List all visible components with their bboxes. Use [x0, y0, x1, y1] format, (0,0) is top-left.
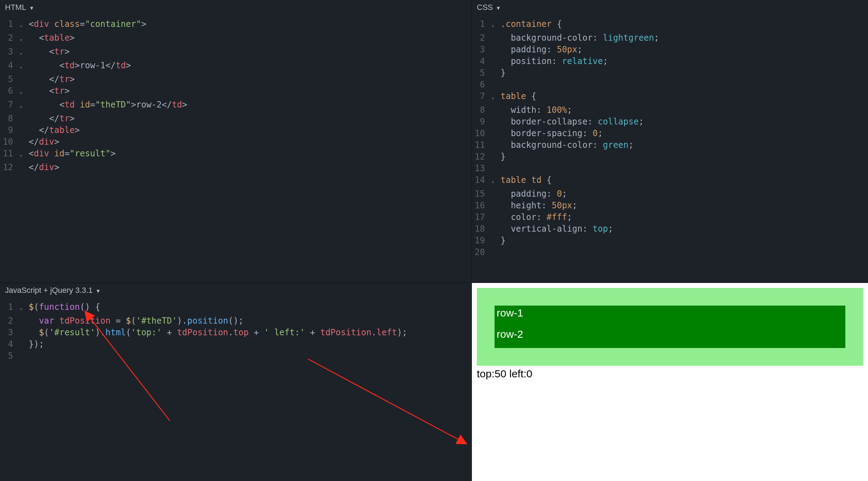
fold-icon[interactable]: ▾ — [19, 148, 29, 162]
code-line[interactable]: 12} — [472, 151, 868, 163]
fold-icon[interactable]: ▾ — [19, 301, 29, 315]
code-line[interactable]: 18 vertical-align: top; — [472, 223, 868, 235]
code-content[interactable]: <td id="theTD">row-2</td> — [29, 99, 472, 111]
code-line[interactable]: 17 color: #fff; — [472, 211, 868, 223]
code-line[interactable]: 9 </table> — [0, 124, 472, 136]
code-content[interactable]: <tr> — [29, 46, 472, 58]
code-line[interactable]: 20 — [472, 247, 868, 258]
css-header[interactable]: CSS ▼ — [472, 0, 868, 16]
code-content[interactable]: } — [501, 235, 868, 247]
fold-icon[interactable]: ▾ — [19, 18, 29, 32]
line-number: 10 — [472, 128, 491, 139]
code-line[interactable]: 1▾<div class="container"> — [0, 18, 472, 32]
code-content[interactable]: var tdPosition = $('#theTD').position(); — [29, 315, 472, 327]
fold-icon[interactable]: ▾ — [19, 60, 29, 74]
code-line[interactable]: 10 border-spacing: 0; — [472, 128, 868, 139]
code-line[interactable]: 6▾ <tr> — [0, 85, 472, 99]
code-content[interactable]: height: 50px; — [501, 200, 868, 211]
code-line[interactable]: 3 $('#result').html('top:' + tdPosition.… — [0, 327, 472, 338]
code-content[interactable]: $('#result').html('top:' + tdPosition.to… — [29, 327, 472, 338]
code-content[interactable]: $(function() { — [29, 301, 472, 313]
code-line[interactable]: 5 — [0, 350, 472, 362]
code-content[interactable]: padding: 50px; — [501, 44, 868, 56]
code-content[interactable]: border-collapse: collapse; — [501, 116, 868, 128]
html-editor[interactable]: 1▾<div class="container">2▾ <table>3▾ <t… — [0, 16, 472, 176]
fold-icon — [491, 188, 501, 190]
dropdown-icon: ▼ — [496, 5, 501, 11]
code-line[interactable]: 10</div> — [0, 136, 472, 148]
code-content[interactable]: </tr> — [29, 113, 472, 124]
fold-icon[interactable]: ▾ — [19, 32, 29, 46]
fold-icon[interactable]: ▾ — [19, 85, 29, 99]
line-number: 3 — [0, 46, 19, 58]
code-line[interactable]: 6 — [472, 79, 868, 91]
code-content[interactable]: color: #fff; — [501, 211, 868, 223]
code-content[interactable]: </table> — [29, 124, 472, 136]
code-content[interactable]: </tr> — [29, 74, 472, 85]
code-content[interactable]: <table> — [29, 32, 472, 44]
code-line[interactable]: 1▾.container { — [472, 18, 868, 32]
code-line[interactable]: 16 height: 50px; — [472, 200, 868, 211]
code-line[interactable]: 3▾ <tr> — [0, 46, 472, 60]
code-content[interactable]: }); — [29, 338, 472, 350]
code-content[interactable]: } — [501, 67, 868, 79]
code-line[interactable]: 3 padding: 50px; — [472, 44, 868, 56]
code-line[interactable]: 11 background-color: green; — [472, 139, 868, 151]
code-content[interactable]: <div class="container"> — [29, 18, 472, 30]
fold-icon[interactable]: ▾ — [19, 99, 29, 113]
code-content[interactable]: table { — [501, 91, 868, 102]
fold-icon[interactable]: ▾ — [19, 46, 29, 60]
code-line[interactable]: 4}); — [0, 338, 472, 350]
code-content[interactable]: <tr> — [29, 85, 472, 97]
js-editor[interactable]: 1▾$(function() {2 var tdPosition = $('#t… — [0, 299, 472, 365]
line-number: 2 — [0, 32, 19, 44]
fold-icon[interactable]: ▾ — [491, 18, 501, 32]
fold-icon[interactable]: ▾ — [491, 91, 501, 104]
code-line[interactable]: 9 border-collapse: collapse; — [472, 116, 868, 128]
code-line[interactable]: 14▾table td { — [472, 174, 868, 188]
code-line[interactable]: 15 padding: 0; — [472, 188, 868, 200]
code-line[interactable]: 8 </tr> — [0, 113, 472, 124]
line-number: 13 — [472, 163, 491, 174]
code-line[interactable]: 7▾table { — [472, 91, 868, 104]
code-content[interactable]: background-color: lightgreen; — [501, 32, 868, 44]
code-content[interactable]: <td>row-1</td> — [29, 60, 472, 71]
code-content[interactable]: padding: 0; — [501, 188, 868, 200]
code-content[interactable]: background-color: green; — [501, 139, 868, 151]
code-content[interactable]: .container { — [501, 18, 868, 30]
html-header[interactable]: HTML ▼ — [0, 0, 472, 16]
code-line[interactable]: 8 width: 100%; — [472, 104, 868, 116]
css-editor[interactable]: 1▾.container {2 background-color: lightg… — [472, 16, 868, 261]
code-line[interactable]: 13 — [472, 163, 868, 174]
code-line[interactable]: 2 background-color: lightgreen; — [472, 32, 868, 44]
code-line[interactable]: 19} — [472, 235, 868, 247]
code-content[interactable]: </div> — [29, 136, 472, 148]
code-line[interactable]: 5 </tr> — [0, 74, 472, 85]
code-line[interactable]: 5} — [472, 67, 868, 79]
line-number: 1 — [0, 18, 19, 30]
code-content[interactable]: </div> — [29, 162, 472, 173]
line-number: 12 — [472, 151, 491, 163]
code-content[interactable]: } — [501, 151, 868, 163]
code-line[interactable]: 4▾ <td>row-1</td> — [0, 60, 472, 74]
line-number: 4 — [0, 60, 19, 71]
code-content[interactable]: width: 100%; — [501, 104, 868, 116]
code-line[interactable]: 11▾<div id="result"> — [0, 148, 472, 162]
code-line[interactable]: 2▾ <table> — [0, 32, 472, 46]
code-line[interactable]: 12</div> — [0, 162, 472, 173]
code-line[interactable]: 1▾$(function() { — [0, 301, 472, 315]
code-line[interactable]: 2 var tdPosition = $('#theTD').position(… — [0, 315, 472, 327]
js-header[interactable]: JavaScript + jQuery 3.3.1 ▼ — [0, 283, 472, 299]
fold-icon — [491, 128, 501, 130]
code-content[interactable]: border-spacing: 0; — [501, 128, 868, 139]
code-content[interactable]: table td { — [501, 174, 868, 186]
line-number: 1 — [0, 301, 19, 313]
code-content[interactable]: vertical-align: top; — [501, 223, 868, 235]
code-content[interactable]: position: relative; — [501, 56, 868, 67]
line-number: 18 — [472, 223, 491, 235]
line-number: 11 — [472, 139, 491, 151]
fold-icon[interactable]: ▾ — [491, 174, 501, 188]
code-line[interactable]: 4 position: relative; — [472, 56, 868, 67]
code-line[interactable]: 7▾ <td id="theTD">row-2</td> — [0, 99, 472, 113]
code-content[interactable]: <div id="result"> — [29, 148, 472, 160]
